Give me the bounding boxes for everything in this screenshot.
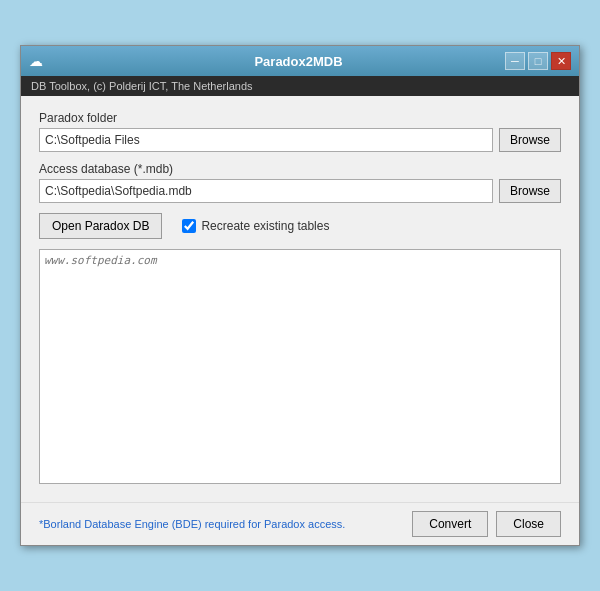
menu-bar: DB Toolbox, (c) Polderij ICT, The Nether… [21,76,579,96]
close-button[interactable]: ✕ [551,52,571,70]
paradox-folder-label: Paradox folder [39,111,561,125]
recreate-tables-text: Recreate existing tables [201,219,329,233]
paradox-folder-group: Paradox folder Browse [39,111,561,152]
title-bar: ☁ Paradox2MDB ─ □ ✕ [21,46,579,76]
minimize-button[interactable]: ─ [505,52,525,70]
footer: *Borland Database Engine (BDE) required … [21,502,579,545]
paradox-folder-input[interactable] [39,128,493,152]
browse-access-button[interactable]: Browse [499,179,561,203]
access-db-group: Access database (*.mdb) Browse [39,162,561,203]
main-window: ☁ Paradox2MDB ─ □ ✕ DB Toolbox, (c) Pold… [20,45,580,546]
bde-note: *Borland Database Engine (BDE) required … [39,518,345,530]
window-title: Paradox2MDB [92,54,505,69]
title-icon-area: ☁ [29,53,92,69]
access-db-input[interactable] [39,179,493,203]
log-area[interactable] [39,249,561,484]
access-db-label: Access database (*.mdb) [39,162,561,176]
form-content: Paradox folder Browse Access database (*… [21,96,579,502]
window-controls: ─ □ ✕ [505,52,571,70]
options-row: Open Paradox DB Recreate existing tables [39,213,561,239]
convert-button[interactable]: Convert [412,511,488,537]
open-paradox-db-button[interactable]: Open Paradox DB [39,213,162,239]
close-app-button[interactable]: Close [496,511,561,537]
menu-bar-text: DB Toolbox, (c) Polderij ICT, The Nether… [31,80,253,92]
browse-paradox-button[interactable]: Browse [499,128,561,152]
paradox-folder-row: Browse [39,128,561,152]
footer-buttons: Convert Close [412,511,561,537]
recreate-tables-label[interactable]: Recreate existing tables [182,219,329,233]
restore-button[interactable]: □ [528,52,548,70]
access-db-row: Browse [39,179,561,203]
recreate-tables-checkbox[interactable] [182,219,196,233]
